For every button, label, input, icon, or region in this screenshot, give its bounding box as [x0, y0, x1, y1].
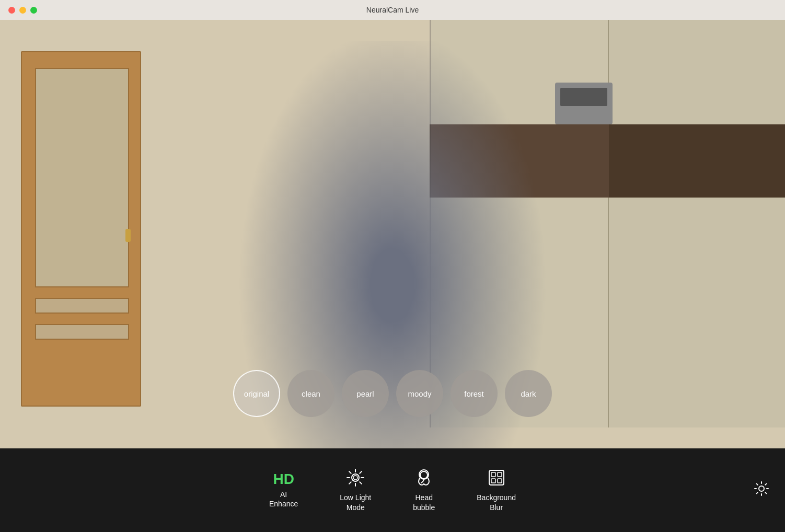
background-blur-button[interactable]: BackgroundBlur — [477, 468, 516, 512]
svg-rect-16 — [498, 479, 502, 483]
ai-enhance-button[interactable]: HD AIEnhance — [269, 472, 298, 508]
svg-rect-14 — [498, 472, 502, 477]
shelf-boombox-detail — [560, 88, 607, 106]
settings-button[interactable] — [754, 481, 769, 500]
door-stripe2 — [35, 324, 129, 340]
door-stripe1 — [35, 298, 129, 314]
window-title: NeuralCam Live — [366, 6, 419, 14]
low-light-mode-button[interactable]: Low LightMode — [340, 468, 371, 512]
filter-moody[interactable]: moody — [396, 370, 443, 417]
svg-point-0 — [352, 474, 359, 481]
svg-line-6 — [360, 482, 362, 484]
filter-bar: original clean pearl moody forest dark — [233, 370, 552, 417]
filter-forest[interactable]: forest — [451, 370, 498, 417]
video-area: original clean pearl moody forest dark — [0, 20, 785, 448]
svg-line-7 — [360, 471, 362, 473]
maximize-button[interactable] — [30, 7, 37, 14]
close-button[interactable] — [8, 7, 15, 14]
head-bubble-button[interactable]: Headbubble — [413, 468, 435, 512]
svg-line-5 — [349, 471, 351, 473]
svg-point-17 — [759, 486, 764, 491]
background-blur-icon — [487, 468, 506, 490]
svg-point-9 — [353, 476, 357, 480]
svg-point-10 — [420, 471, 428, 479]
door-handle — [125, 229, 131, 242]
filter-pearl[interactable]: pearl — [342, 370, 389, 417]
door-glass — [35, 68, 129, 287]
window-controls — [8, 7, 37, 14]
toolbar-items: HD AIEnhance — [269, 468, 516, 512]
low-light-icon — [346, 468, 365, 490]
titlebar: NeuralCam Live — [0, 0, 785, 20]
filter-dark[interactable]: dark — [505, 370, 552, 417]
wardrobe-dark-band-left — [431, 124, 609, 198]
wardrobe-panel1 — [431, 20, 609, 427]
svg-line-8 — [349, 482, 351, 484]
shelf-boombox — [555, 83, 613, 124]
door — [21, 51, 141, 407]
toolbar: HD AIEnhance — [0, 448, 785, 532]
filter-original[interactable]: original — [233, 370, 280, 417]
head-bubble-icon — [414, 468, 433, 490]
wardrobe — [430, 20, 785, 427]
svg-rect-15 — [491, 479, 495, 483]
minimize-button[interactable] — [19, 7, 26, 14]
app-container: NeuralCam Live — [0, 0, 785, 532]
filter-clean[interactable]: clean — [287, 370, 334, 417]
svg-rect-13 — [491, 472, 495, 477]
